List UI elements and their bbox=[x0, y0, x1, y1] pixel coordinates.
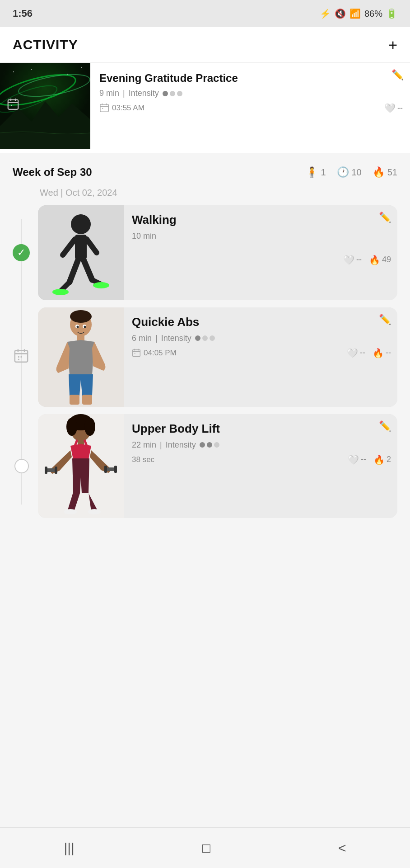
add-activity-button[interactable]: + bbox=[388, 37, 397, 52]
svg-point-35 bbox=[18, 359, 19, 360]
status-bar: 1:56 ⚡ 🔇 📶 86% 🔋 bbox=[0, 0, 410, 27]
svg-point-39 bbox=[70, 310, 92, 323]
lift-footer: 38 sec 🤍 -- 🔥 2 bbox=[132, 454, 391, 465]
week-activities-stat: 🧍 1 bbox=[306, 166, 326, 178]
volume-icon: 🔇 bbox=[335, 8, 346, 19]
week-header: Week of Sep 30 🧍 1 🕐 10 🔥 51 bbox=[13, 166, 397, 179]
lift-flame-icon: 🔥 bbox=[373, 454, 385, 465]
lift-heart-icon: 🤍 bbox=[348, 454, 359, 465]
bottom-spacer bbox=[0, 533, 410, 578]
abs-intensity-dots bbox=[195, 335, 215, 341]
lift-calories-stat: 🔥 2 bbox=[373, 454, 391, 465]
svg-point-36 bbox=[20, 356, 22, 358]
check-circle: ✓ bbox=[13, 244, 30, 261]
evening-intensity-dots bbox=[163, 91, 182, 96]
walking-stats: 🤍 -- 🔥 49 bbox=[343, 255, 391, 265]
walking-meta: 10 min bbox=[132, 231, 391, 241]
svg-rect-14 bbox=[100, 104, 108, 112]
evening-meta: 9 min | Intensity bbox=[99, 89, 403, 98]
svg-point-20 bbox=[71, 214, 91, 234]
lift-image bbox=[38, 414, 124, 518]
abs-schedule-icon bbox=[14, 349, 29, 364]
evening-gratitude-content: ✏️ Evening Gratitude Practice 9 min | In… bbox=[90, 63, 410, 149]
evening-heart-value: -- bbox=[397, 104, 403, 113]
abs-image bbox=[38, 307, 124, 407]
abs-heart-value: -- bbox=[360, 348, 365, 358]
lift-edit-button[interactable]: ✏️ bbox=[379, 420, 391, 432]
svg-rect-42 bbox=[82, 395, 92, 405]
svg-point-28 bbox=[52, 289, 69, 295]
walking-heart-icon: 🤍 bbox=[343, 255, 354, 265]
walking-edit-button[interactable]: ✏️ bbox=[379, 212, 391, 223]
walking-heart-stat: 🤍 -- bbox=[343, 255, 362, 265]
lift-heart-value: -- bbox=[361, 455, 366, 464]
status-icons: ⚡ 🔇 📶 86% 🔋 bbox=[320, 8, 397, 19]
svg-point-45 bbox=[77, 326, 79, 328]
walking-calories-stat: 🔥 49 bbox=[369, 255, 391, 265]
walking-image bbox=[38, 205, 124, 300]
svg-rect-47 bbox=[133, 349, 140, 356]
week-minutes-stat: 🕐 10 bbox=[337, 166, 362, 178]
week-stats: 🧍 1 🕐 10 🔥 51 bbox=[306, 166, 397, 178]
abs-calories-value: -- bbox=[386, 348, 391, 358]
abs-time-value: 04:05 PM bbox=[144, 349, 177, 358]
abs-meta: 6 min | Intensity bbox=[132, 334, 391, 343]
svg-rect-0 bbox=[8, 100, 19, 109]
date-label: Wed | Oct 02, 2024 bbox=[13, 188, 397, 205]
svg-point-29 bbox=[93, 282, 109, 288]
walking-card[interactable]: ✏️ Walking 10 min 🤍 -- 🔥 bbox=[38, 205, 397, 300]
menu-button[interactable]: ||| bbox=[50, 836, 88, 860]
empty-circle bbox=[14, 459, 29, 473]
evening-time-value: 03:55 AM bbox=[112, 104, 144, 113]
battery-symbol: 🔋 bbox=[386, 8, 397, 19]
abs-heart-icon: 🤍 bbox=[347, 348, 358, 359]
day-activities-container: ✓ bbox=[13, 205, 397, 518]
svg-point-18 bbox=[102, 108, 103, 109]
page-title: ACTIVITY bbox=[13, 37, 78, 52]
lift-timeline-circle bbox=[14, 459, 29, 473]
abs-intensity-label: Intensity bbox=[161, 334, 191, 343]
week-calories-stat: 🔥 51 bbox=[373, 166, 397, 178]
evening-duration: 9 min bbox=[99, 89, 119, 98]
lift-intensity-dots bbox=[200, 442, 219, 448]
walking-timeline-check: ✓ bbox=[13, 244, 30, 261]
week-title: Week of Sep 30 bbox=[13, 166, 92, 179]
back-button[interactable]: < bbox=[325, 836, 360, 860]
svg-point-12 bbox=[81, 67, 82, 68]
abs-calories-stat: 🔥 -- bbox=[373, 348, 391, 359]
walking-flame-icon: 🔥 bbox=[369, 255, 380, 265]
walking-calories-value: 49 bbox=[382, 255, 391, 264]
evening-gratitude-title: Evening Gratitude Practice bbox=[99, 71, 403, 85]
status-time: 1:56 bbox=[13, 8, 33, 19]
svg-point-4 bbox=[11, 105, 12, 106]
lift-calories-value: 2 bbox=[387, 455, 391, 464]
evening-time: 03:55 AM bbox=[99, 103, 144, 113]
lift-stats: 🤍 -- 🔥 2 bbox=[348, 454, 391, 465]
battery-icon: 86% bbox=[364, 9, 382, 19]
evening-gratitude-card[interactable]: ✏️ Evening Gratitude Practice 9 min | In… bbox=[0, 63, 410, 149]
svg-point-46 bbox=[84, 326, 86, 328]
abs-time: 04:05 PM bbox=[132, 349, 177, 358]
svg-rect-65 bbox=[114, 466, 117, 473]
week-calories-count: 51 bbox=[387, 167, 397, 178]
svg-rect-41 bbox=[70, 395, 79, 405]
walking-footer: 🤍 -- 🔥 49 bbox=[132, 255, 391, 265]
time-calendar-icon bbox=[99, 103, 109, 113]
abs-edit-button[interactable]: ✏️ bbox=[379, 314, 391, 326]
abs-card[interactable]: ✏️ Quickie Abs 6 min | Intensity bbox=[38, 307, 397, 407]
abs-title: Quickie Abs bbox=[132, 315, 391, 330]
svg-rect-64 bbox=[104, 466, 107, 473]
lift-dot-filled-2 bbox=[207, 442, 212, 448]
home-button[interactable]: □ bbox=[189, 836, 224, 860]
lift-title: Upper Body Lift bbox=[132, 421, 391, 437]
lift-heart-stat: 🤍 -- bbox=[348, 454, 366, 465]
abs-duration: 6 min bbox=[132, 334, 152, 343]
walking-duration: 10 min bbox=[132, 231, 156, 241]
evening-edit-button[interactable]: ✏️ bbox=[391, 69, 404, 81]
lift-meta: 22 min | Intensity bbox=[132, 440, 391, 450]
walking-heart-value: -- bbox=[356, 255, 362, 264]
lift-intensity-label: Intensity bbox=[166, 440, 196, 450]
lift-card[interactable]: ✏️ Upper Body Lift 22 min | Intensity bbox=[38, 414, 397, 518]
svg-point-9 bbox=[13, 71, 14, 72]
abs-flame-icon: 🔥 bbox=[373, 348, 384, 359]
